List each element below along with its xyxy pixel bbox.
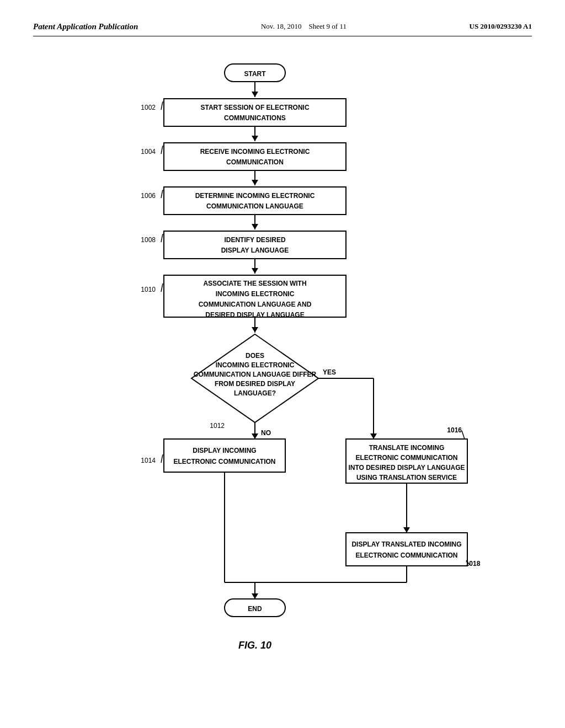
patent-number: US 2010/0293230 A1 xyxy=(470,22,532,31)
label-1004: 1004 xyxy=(141,148,156,156)
svg-rect-27 xyxy=(346,533,467,566)
no-label: NO xyxy=(261,429,271,437)
page-header: Patent Application Publication Nov. 18, … xyxy=(33,22,532,36)
node-1004-line1: RECEIVE INCOMING ELECTRONIC xyxy=(200,148,310,156)
diamond-line1: DOES xyxy=(246,352,264,360)
node-1004-line2: COMMUNICATION xyxy=(226,158,284,166)
flowchart-container: .flow-text { font-family: Arial, sans-se… xyxy=(76,53,489,689)
node-1008-line2: DISPLAY LANGUAGE xyxy=(221,247,289,254)
node-1014-line1: DISPLAY INCOMING xyxy=(193,447,256,454)
svg-rect-12 xyxy=(164,231,346,259)
label-1014: 1014 xyxy=(141,457,156,464)
svg-marker-28 xyxy=(403,527,410,533)
node-1018-line2: ELECTRONIC COMMUNICATION xyxy=(355,552,457,559)
node-1006-line1: DETERMINE INCOMING ELECTRONIC xyxy=(195,192,315,200)
flowchart-svg: .flow-text { font-family: Arial, sans-se… xyxy=(76,53,489,687)
node-1008-line1: IDENTIFY DESIRED xyxy=(224,236,285,244)
node-1016-line1: TRANSLATE INCOMING xyxy=(369,444,444,452)
label-1008: 1008 xyxy=(141,236,156,244)
fig-caption: FIG. 10 xyxy=(238,640,271,651)
label-1016: 1016 xyxy=(447,426,462,434)
label-1010: 1010 xyxy=(141,286,156,293)
svg-marker-33 xyxy=(252,593,258,599)
svg-marker-18 xyxy=(191,334,318,422)
svg-rect-9 xyxy=(164,187,346,215)
node-1006-line2: COMMUNICATION LANGUAGE xyxy=(206,202,303,210)
diamond-line3: COMMUNICATION LANGUAGE DIFFER xyxy=(194,371,317,378)
node-1010-line1: ASSOCIATE THE SESSION WITH xyxy=(203,280,306,287)
end-label: END xyxy=(248,605,262,613)
node-1016-line3: INTO DESIRED DISPLAY LANGUAGE xyxy=(348,464,465,472)
diamond-line2: INCOMING ELECTRONIC xyxy=(216,361,295,369)
svg-marker-8 xyxy=(252,180,258,185)
svg-marker-14 xyxy=(252,268,258,274)
svg-marker-11 xyxy=(252,224,258,229)
start-label: START xyxy=(244,70,266,78)
node-1002-line2: COMMUNICATIONS xyxy=(224,114,286,122)
svg-marker-23 xyxy=(370,433,377,439)
diamond-line5: LANGUAGE? xyxy=(234,389,276,397)
svg-rect-25 xyxy=(164,439,285,472)
publication-title: Patent Application Publication xyxy=(33,22,138,31)
svg-marker-17 xyxy=(252,327,258,333)
diamond-line4: FROM DESIRED DISPLAY xyxy=(215,380,295,388)
svg-rect-6 xyxy=(164,143,346,170)
node-1010-line3: COMMUNICATION LANGUAGE AND xyxy=(199,301,312,308)
node-1016-line4: USING TRANSLATION SERVICE xyxy=(356,474,457,481)
label-1006: 1006 xyxy=(141,192,156,200)
svg-marker-20 xyxy=(252,433,258,439)
svg-marker-2 xyxy=(252,92,258,97)
label-1002: 1002 xyxy=(141,104,156,111)
pub-date: Nov. 18, 2010 xyxy=(261,22,302,30)
svg-rect-3 xyxy=(164,99,346,126)
yes-label: YES xyxy=(323,368,336,376)
page: Patent Application Publication Nov. 18, … xyxy=(0,0,565,728)
node-1014-line2: ELECTRONIC COMMUNICATION xyxy=(173,458,275,465)
svg-marker-5 xyxy=(252,136,258,141)
label-1012: 1012 xyxy=(210,422,225,430)
node-1002-line1: START SESSION OF ELECTRONIC xyxy=(200,104,309,111)
pub-sheet: Sheet 9 of 11 xyxy=(308,22,346,30)
publication-date-sheet: Nov. 18, 2010 Sheet 9 of 11 xyxy=(261,22,347,31)
node-1016-line2: ELECTRONIC COMMUNICATION xyxy=(355,454,457,462)
node-1018-line1: DISPLAY TRANSLATED INCOMING xyxy=(351,540,461,548)
node-1010-line2: INCOMING ELECTRONIC xyxy=(216,290,295,298)
label-1018: 1018 xyxy=(466,560,481,568)
